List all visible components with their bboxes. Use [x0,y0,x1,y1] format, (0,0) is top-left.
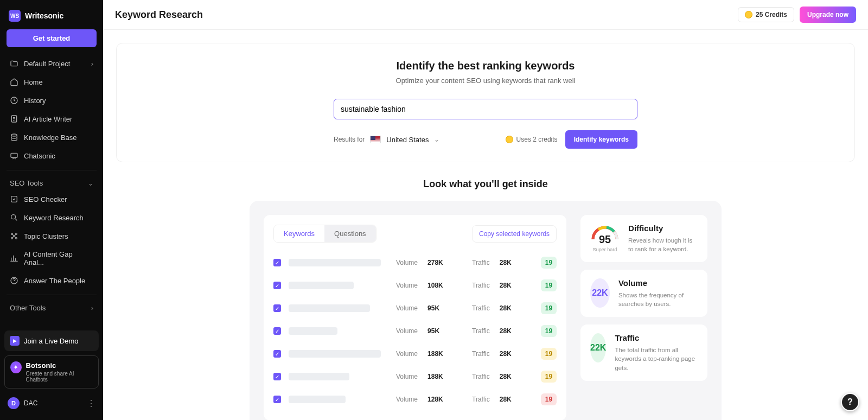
svg-rect-3 [11,153,17,157]
checkbox[interactable]: ✓ [273,259,281,266]
volume-value: 95K [427,327,449,335]
sidebar-section-seo-tools[interactable]: SEO Tools ⌄ [4,176,99,190]
sidebar-item-article-writer[interactable]: AI Article Writer [4,110,99,128]
volume-label: Volume [396,259,418,266]
brand-name: Writesonic [25,11,63,20]
question-icon [10,276,18,285]
checkbox[interactable]: ✓ [273,304,281,312]
sidebar-item-label: Home [24,78,43,86]
metric-traffic: 22K Traffic The total traffic from all k… [580,324,707,380]
bot-icon: ✦ [10,361,22,373]
score-badge: 19 [541,279,557,291]
metric-title: Volume [618,278,698,288]
traffic-circle: 22K [590,333,606,362]
keyword-row: ✓Volume108KTraffic28K19 [273,274,557,297]
volume-value: 108K [427,282,449,289]
sidebar-item-chatsonic[interactable]: Chatsonic [4,147,99,164]
hero-subtitle: Optimize your content SEO using keywords… [127,77,844,85]
svg-point-6 [11,233,13,235]
sidebar-item-history[interactable]: History [4,92,99,109]
identify-keywords-button[interactable]: Identify keywords [565,130,637,149]
sidebar-item-label: History [24,97,46,105]
score-badge: 19 [541,393,557,405]
volume-label: Volume [396,396,418,403]
metric-title: Difficulty [628,224,698,233]
sidebar-item-label: AI Article Writer [24,115,72,123]
traffic-label: Traffic [472,304,490,312]
avatar: D [8,397,20,409]
sidebar: WS Writesonic Get started Default Projec… [0,0,103,420]
chevron-right-icon: › [91,60,93,68]
tab-keywords[interactable]: Keywords [274,225,324,242]
stack-icon [10,133,18,142]
svg-point-10 [14,236,15,237]
tab-questions[interactable]: Questions [324,225,376,242]
metric-difficulty: 95 Super hard Difficulty Reveals how tou… [580,215,707,262]
checkbox[interactable]: ✓ [273,373,281,380]
keyword-bar [289,259,381,266]
more-icon[interactable]: ⋮ [87,398,95,409]
volume-value: 95K [427,304,449,312]
checkbox[interactable]: ✓ [273,350,281,358]
botsonic-card[interactable]: ✦ Botsonic Create and share AI Chatbots [4,355,99,389]
keywords-card: Keywords Questions Copy selected keyword… [264,215,566,420]
sidebar-item-answer-people[interactable]: Answer The People [4,272,99,289]
country-select[interactable]: United States [386,136,429,144]
metric-desc: Shows the frequency of searches by users… [618,291,698,308]
volume-circle: 22K [590,278,610,308]
sidebar-item-home[interactable]: Home [4,73,99,91]
volume-label: Volume [396,304,418,312]
sidebar-item-content-gap[interactable]: AI Content Gap Anal... [4,246,99,271]
help-button[interactable]: ? [841,393,859,411]
join-demo-button[interactable]: ▶ Join a Live Demo [4,330,99,351]
check-icon [10,195,18,203]
chevron-down-icon[interactable]: ⌄ [434,136,439,143]
hero-panel: Identify the best ranking keywords Optim… [116,43,855,162]
keyword-input[interactable] [334,99,637,119]
traffic-label: Traffic [472,282,490,289]
get-started-button[interactable]: Get started [7,29,97,47]
traffic-value: 28K [500,304,518,312]
copy-keywords-button[interactable]: Copy selected keywords [472,225,557,243]
chevron-down-icon: ⌄ [88,180,93,187]
sidebar-item-label: SEO Checker [24,195,67,203]
checkbox[interactable]: ✓ [273,327,281,335]
checkbox[interactable]: ✓ [273,396,281,403]
chat-icon [10,151,18,160]
page-title: Keyword Research [115,9,203,21]
cluster-icon [10,232,18,240]
sidebar-item-topic-clusters[interactable]: Topic Clusters [4,227,99,245]
upgrade-button[interactable]: Upgrade now [800,7,856,23]
svg-point-7 [16,233,17,235]
sidebar-item-keyword-research[interactable]: Keyword Research [4,209,99,226]
play-icon: ▶ [10,336,20,346]
traffic-value: 28K [500,327,518,335]
traffic-value: 28K [500,282,518,289]
sidebar-item-knowledge-base[interactable]: Knowledge Base [4,129,99,146]
sidebar-section-other-tools[interactable]: Other Tools › [4,301,99,315]
volume-label: Volume [396,282,418,289]
svg-point-9 [16,238,17,239]
sidebar-item-default-project[interactable]: Default Project › [4,55,99,72]
score-badge: 19 [541,325,557,337]
traffic-label: Traffic [472,259,490,266]
main: Keyword Research 25 Credits Upgrade now … [103,0,868,420]
flag-icon [370,136,381,143]
chart-icon [10,254,18,263]
volume-label: Volume [396,327,418,335]
keyword-bar [289,304,370,312]
sidebar-item-label: Knowledge Base [24,133,77,142]
traffic-value: 28K [500,350,518,358]
keyword-bar [289,350,381,358]
credits-badge[interactable]: 25 Credits [738,7,794,22]
hero-title: Identify the best ranking keywords [127,60,844,72]
checkbox[interactable]: ✓ [273,282,281,289]
metric-title: Traffic [615,333,698,342]
sidebar-item-seo-checker[interactable]: SEO Checker [4,190,99,208]
sidebar-item-label: AI Content Gap Anal... [24,250,93,266]
results-for: Results for United States ⌄ [334,136,439,144]
sidebar-item-label: Default Project [24,60,70,68]
volume-value: 188K [427,350,449,358]
user-row[interactable]: D DAC ⋮ [4,393,99,413]
keyword-bar [289,396,346,403]
